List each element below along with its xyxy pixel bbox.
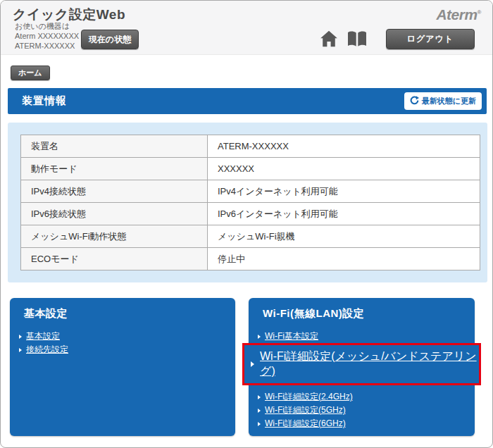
basic-settings-card: 基本設定 基本設定 接続先設定 (10, 298, 235, 436)
refresh-status-button[interactable]: 最新状態に更新 (404, 92, 482, 110)
link-wifi-detail-mesh-band-steering[interactable]: Wi-Fi詳細設定(メッシュ/バンドステアリング) (260, 349, 479, 379)
table-row: IPv6接続状態 IPv6インターネット利用可能 (21, 203, 480, 225)
list-item: Wi-Fi基本設定 (258, 330, 318, 342)
row-label: ECOモード (21, 248, 208, 270)
home-button[interactable]: ホーム (11, 66, 50, 80)
home-icon-button[interactable] (317, 29, 341, 50)
triangle-bullet-icon (258, 335, 261, 339)
row-value: IPv4インターネット利用可能 (208, 180, 480, 203)
triangle-bullet-icon (258, 395, 261, 399)
triangle-bullet-icon (258, 409, 261, 413)
aterm-logo-text: Aterm (436, 6, 477, 23)
device-info-table: 装置名 ATERM-XXXXXX 動作モード XXXXXX IPv4接続状態 I… (20, 135, 480, 270)
row-label: IPv6接続状態 (21, 203, 208, 225)
row-value: IPv6インターネット利用可能 (208, 203, 480, 225)
table-row: ECOモード 停止中 (21, 248, 480, 270)
link-connection-settings[interactable]: 接続先設定 (26, 344, 68, 356)
list-item: Wi-Fi詳細設定(5GHz) (258, 404, 346, 416)
registered-mark: ® (478, 9, 481, 15)
triangle-bullet-icon (251, 361, 254, 367)
row-label: 装置名 (21, 135, 208, 158)
highlight-red-box: Wi-Fi詳細設定(メッシュ/バンドステアリング) (242, 343, 481, 385)
logout-button[interactable]: ログアウト (386, 29, 475, 49)
link-wifi-basic-settings[interactable]: Wi-Fi基本設定 (265, 330, 318, 342)
table-row: 動作モード XXXXXX (21, 158, 480, 180)
manual-book-icon-button[interactable] (345, 29, 369, 50)
basic-settings-card-title: 基本設定 (24, 307, 68, 321)
row-label: 動作モード (21, 158, 208, 180)
table-row: IPv4接続状態 IPv4インターネット利用可能 (21, 180, 480, 203)
table-row: 装置名 ATERM-XXXXXX (21, 135, 480, 158)
row-value: XXXXXX (208, 158, 480, 180)
device-info-section-bar: 装置情報 最新状態に更新 (8, 88, 487, 114)
home-icon (319, 30, 339, 50)
triangle-bullet-icon (19, 348, 22, 352)
device-info-model: Aterm XXXXXXXX (15, 31, 79, 41)
device-info-intro: お使いの機器は (15, 21, 79, 31)
current-status-button[interactable]: 現在の状態 (81, 30, 139, 49)
aterm-logo: Aterm® (436, 6, 481, 23)
list-item: 接続先設定 (19, 344, 68, 356)
device-info-panel: 装置名 ATERM-XXXXXX 動作モード XXXXXX IPv4接続状態 I… (8, 123, 487, 282)
triangle-bullet-icon (19, 335, 22, 339)
quick-setting-web-page: クイック設定Web お使いの機器は Aterm XXXXXXXX ATERM-X… (0, 0, 493, 448)
list-item: 基本設定 (19, 330, 60, 342)
link-wifi-detail-5ghz[interactable]: Wi-Fi詳細設定(5GHz) (265, 404, 346, 416)
refresh-icon (410, 96, 419, 106)
table-row: メッシュWi-Fi動作状態 メッシュWi-Fi親機 (21, 225, 480, 248)
link-wifi-detail-24ghz[interactable]: Wi-Fi詳細設定(2.4GHz) (265, 391, 353, 403)
list-item: Wi-Fi詳細設定(2.4GHz) (258, 391, 353, 403)
device-info-name: ATERM-XXXXXX (15, 41, 79, 51)
app-header: クイック設定Web お使いの機器は Aterm XXXXXXXX ATERM-X… (1, 1, 492, 55)
list-item: Wi-Fi詳細設定(6GHz) (258, 418, 346, 430)
device-info: お使いの機器は Aterm XXXXXXXX ATERM-XXXXXX (15, 21, 79, 51)
row-value: ATERM-XXXXXX (208, 135, 480, 158)
row-label: メッシュWi-Fi動作状態 (21, 225, 208, 248)
row-label: IPv4接続状態 (21, 180, 208, 203)
row-value: メッシュWi-Fi親機 (208, 225, 480, 248)
triangle-bullet-icon (258, 422, 261, 426)
row-value: 停止中 (208, 248, 480, 270)
link-basic-settings[interactable]: 基本設定 (26, 330, 60, 342)
list-item: Wi-Fi詳細設定(メッシュ/バンドステアリング) (244, 349, 479, 379)
refresh-button-label: 最新状態に更新 (422, 96, 476, 106)
wifi-settings-card-title: Wi-Fi(無線LAN)設定 (263, 307, 364, 321)
section-title: 装置情報 (22, 94, 67, 108)
link-wifi-detail-6ghz[interactable]: Wi-Fi詳細設定(6GHz) (265, 418, 346, 430)
open-book-icon (345, 30, 369, 50)
